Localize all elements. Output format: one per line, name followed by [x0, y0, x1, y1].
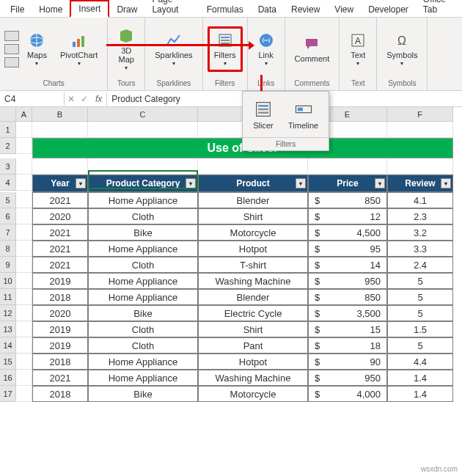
row-header[interactable]: 1	[0, 122, 16, 138]
row-header[interactable]: 17	[0, 386, 16, 402]
chart-icon[interactable]	[4, 31, 19, 41]
cell-review[interactable]: 3.3	[387, 241, 453, 257]
chart-icon[interactable]	[4, 57, 19, 67]
name-box[interactable]: C4	[0, 92, 65, 106]
filter-button[interactable]: ▾	[76, 178, 86, 188]
cell-price[interactable]: $4,000	[308, 386, 387, 402]
cell-year[interactable]: 2018	[32, 354, 88, 370]
cell-category[interactable]: Bike	[88, 224, 198, 241]
cell-price[interactable]: $4,500	[308, 224, 387, 241]
cell-year[interactable]: 2021	[32, 192, 88, 208]
cell-year[interactable]: 2018	[32, 386, 88, 402]
row-header[interactable]: 16	[0, 370, 16, 386]
cell-category[interactable]: Bike	[88, 305, 198, 321]
filters-button[interactable]: Filters▾	[208, 26, 243, 72]
cell-year[interactable]: 2019	[32, 337, 88, 354]
cell-review[interactable]: 1.4	[387, 386, 453, 402]
cell-category[interactable]: Cloth	[88, 257, 198, 273]
row-header[interactable]: 12	[0, 305, 16, 321]
cell-product[interactable]: T-shirt	[198, 257, 308, 273]
cell-price[interactable]: $850	[308, 192, 387, 208]
tab-review[interactable]: Review	[284, 2, 327, 17]
cell-price[interactable]: $12	[308, 208, 387, 224]
cell-category[interactable]: Bike	[88, 386, 198, 402]
col-header[interactable]: F	[387, 107, 453, 122]
tab-insert[interactable]: Insert	[70, 0, 109, 18]
tab-file[interactable]: File	[3, 2, 32, 17]
cell-year[interactable]: 2021	[32, 241, 88, 257]
chart-icon[interactable]	[4, 44, 19, 54]
cell-category[interactable]: Home Appliance	[88, 241, 198, 257]
cell-year[interactable]: 2020	[32, 305, 88, 321]
row-header[interactable]: 3	[0, 158, 16, 175]
tab-home[interactable]: Home	[32, 2, 70, 17]
tab-draw[interactable]: Draw	[109, 2, 144, 17]
cell-review[interactable]: 5	[387, 337, 453, 354]
tab-office-tab[interactable]: Office Tab	[416, 0, 462, 17]
cell-category[interactable]: Cloth	[88, 321, 198, 337]
row-header[interactable]: 11	[0, 289, 16, 305]
row-header[interactable]: 4	[0, 175, 16, 191]
filter-button[interactable]: ▾	[296, 178, 306, 188]
pivotchart-button[interactable]: PivotChart▾	[55, 28, 103, 70]
cell-price[interactable]: $14	[308, 257, 387, 273]
cell-category[interactable]: Home Appliance	[88, 273, 198, 289]
timeline-option[interactable]: Timeline	[282, 96, 324, 133]
cell-review[interactable]: 2.3	[387, 208, 453, 224]
tab-formulas[interactable]: Formulas	[199, 2, 251, 17]
col-header[interactable]: C	[88, 107, 198, 122]
cell-price[interactable]: $850	[308, 289, 387, 305]
cell-price[interactable]: $95	[308, 241, 387, 257]
cell-product[interactable]: Electric Cycle	[198, 305, 308, 321]
cell-category[interactable]: Home Appliance	[88, 370, 198, 386]
cell-product[interactable]: Shirt	[198, 321, 308, 337]
cell-product[interactable]: Blender	[198, 192, 308, 208]
symbols-button[interactable]: Ω Symbols▾	[381, 28, 422, 70]
fx-button[interactable]: fx	[91, 94, 106, 104]
row-header[interactable]: 9	[0, 257, 16, 273]
cell-category[interactable]: Cloth	[88, 337, 198, 354]
cell-price[interactable]: $90	[308, 354, 387, 370]
cell-category[interactable]: Home Appliance	[88, 289, 198, 305]
cell-product[interactable]: Washing Machine	[198, 370, 308, 386]
cell-review[interactable]: 5	[387, 289, 453, 305]
cell-category[interactable]: Home Appliance	[88, 192, 198, 208]
cell-category[interactable]: Cloth	[88, 208, 198, 224]
row-header[interactable]: 7	[0, 224, 16, 241]
tab-page-layout[interactable]: Page Layout	[144, 0, 199, 17]
cell-product[interactable]: Shirt	[198, 208, 308, 224]
slicer-option[interactable]: Slicer	[247, 96, 279, 133]
row-header[interactable]: 5	[0, 192, 16, 208]
cell-price[interactable]: $950	[308, 370, 387, 386]
maps-button[interactable]: Maps▾	[22, 28, 52, 70]
cell-review[interactable]: 1.5	[387, 321, 453, 337]
tab-developer[interactable]: Developer	[361, 2, 416, 17]
tab-data[interactable]: Data	[251, 2, 284, 17]
filter-button[interactable]: ▾	[186, 178, 196, 188]
row-header[interactable]: 13	[0, 321, 16, 337]
row-header[interactable]: 8	[0, 241, 16, 257]
cell-product[interactable]: Motorcycle	[198, 386, 308, 402]
cell-price[interactable]: $15	[308, 321, 387, 337]
tab-view[interactable]: View	[327, 2, 361, 17]
cell-product[interactable]: Motorcycle	[198, 224, 308, 241]
cell-product[interactable]: Hotpot	[198, 354, 308, 370]
cell-price[interactable]: $18	[308, 337, 387, 354]
enter-icon[interactable]: ✓	[81, 94, 88, 104]
cell-price[interactable]: $3,500	[308, 305, 387, 321]
cell-product[interactable]: Blender	[198, 289, 308, 305]
cell-year[interactable]: 2021	[32, 257, 88, 273]
cell-product[interactable]: Washing Machine	[198, 273, 308, 289]
cell-product[interactable]: Pant	[198, 337, 308, 354]
cell-product[interactable]: Hotpot	[198, 241, 308, 257]
cell-review[interactable]: 4.4	[387, 354, 453, 370]
cell-year[interactable]: 2021	[32, 224, 88, 241]
cell-price[interactable]: $950	[308, 273, 387, 289]
row-header[interactable]: 15	[0, 354, 16, 370]
cell-review[interactable]: 2.4	[387, 257, 453, 273]
3d-map-button[interactable]: 3D Map▾	[112, 23, 140, 75]
col-header[interactable]: B	[32, 107, 88, 122]
cell-review[interactable]: 3.2	[387, 224, 453, 241]
cell-year[interactable]: 2018	[32, 289, 88, 305]
text-button[interactable]: A Text▾	[344, 28, 372, 70]
